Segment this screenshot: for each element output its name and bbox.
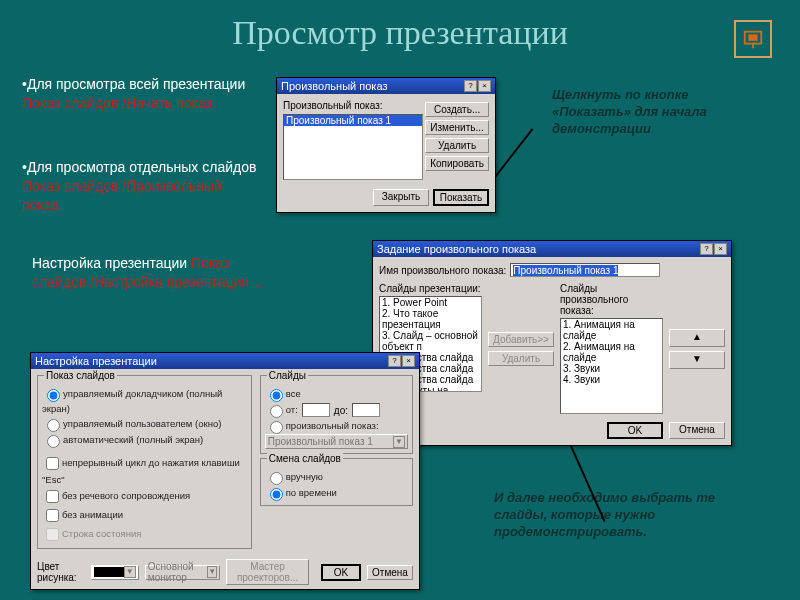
close-button[interactable]: Закрыть (373, 189, 429, 206)
ok-button[interactable]: OK (607, 422, 663, 439)
cancel-button[interactable]: Отмена (669, 422, 725, 439)
cancel-button[interactable]: Отмена (367, 565, 413, 580)
custom-show-combo[interactable]: Произвольный показ 1▼ (265, 434, 408, 449)
presentation-icon (734, 20, 772, 58)
check-loop[interactable]: непрерывный цикл до нажатия клавиши "Esc… (42, 454, 247, 487)
dialog-title: Задание произвольного показа (377, 243, 536, 255)
to-input[interactable] (352, 403, 380, 417)
help-icon[interactable]: ? (464, 80, 477, 92)
callout-show: Щелкнуть по кнопке «Показать» для начала… (552, 87, 752, 138)
monitor-combo[interactable]: Основной монитор▼ (145, 565, 220, 580)
list-item[interactable]: 2. Анимация на слайде (561, 341, 662, 363)
bullet-3: Настройка презентации Показ слайдов /Нас… (32, 254, 272, 292)
list-item[interactable]: 2. Что такое презентация (380, 308, 481, 330)
show-name-input[interactable]: Произвольный показ 1 (510, 263, 660, 277)
dialog-title: Произвольный показ (281, 80, 387, 92)
check-no-narration[interactable]: без речевого сопровождения (42, 487, 247, 506)
radio-custom[interactable]: произвольный показ: (265, 418, 408, 434)
edit-button[interactable]: Изменить... (425, 120, 489, 135)
dialog-titlebar[interactable]: Произвольный показ ? × (277, 78, 495, 94)
show-type-group: Показ слайдов управляемый докладчиком (п… (37, 375, 252, 549)
svg-rect-1 (748, 34, 757, 40)
custom-show-dialog: Произвольный показ ? × Произвольный пока… (276, 77, 496, 213)
show-button[interactable]: Показать (433, 189, 489, 206)
list-item[interactable]: 3. Слайд – основной объект п (380, 330, 481, 352)
right-list-label: Слайды произвольного показа: (560, 283, 663, 316)
delete-button[interactable]: Удалить (425, 138, 489, 153)
radio-manual[interactable]: вручную (265, 469, 408, 485)
projector-wizard-button[interactable]: Мастер проекторов... (226, 559, 309, 585)
move-up-button[interactable]: ▲ (669, 329, 725, 347)
list-item[interactable]: Произвольный показ 1 (284, 115, 422, 126)
close-icon[interactable]: × (478, 80, 491, 92)
advance-group: Смена слайдов вручную по времени (260, 458, 413, 506)
callout-select: И далее необходимо выбрать те слайды, ко… (494, 490, 764, 541)
list-item[interactable]: 1. Power Point (380, 297, 481, 308)
slides-group: Слайды все от: до: произвольный показ: П… (260, 375, 413, 454)
dialog-titlebar[interactable]: Задание произвольного показа ? × (373, 241, 731, 257)
name-label: Имя произвольного показа: (379, 265, 506, 276)
help-icon[interactable]: ? (388, 355, 401, 367)
close-icon[interactable]: × (714, 243, 727, 255)
page-title: Просмотр презентации (0, 0, 800, 52)
pen-color-combo[interactable]: ▼ (91, 565, 139, 580)
move-down-button[interactable]: ▼ (669, 351, 725, 369)
copy-button[interactable]: Копировать (425, 156, 489, 171)
radio-all[interactable]: все (265, 386, 408, 402)
help-icon[interactable]: ? (700, 243, 713, 255)
pen-color-label: Цвет рисунка: (37, 561, 85, 583)
remove-button[interactable]: Удалить (488, 351, 554, 366)
radio-presenter[interactable]: управляемый докладчиком (полный экран) (42, 386, 247, 416)
dialog-title: Настройка презентации (35, 355, 157, 367)
from-input[interactable] (302, 403, 330, 417)
setup-show-dialog: Настройка презентации ? × Показ слайдов … (30, 352, 420, 590)
create-button[interactable]: Создать... (425, 102, 489, 117)
list-item[interactable]: 3. Звуки (561, 363, 662, 374)
check-no-animation[interactable]: без анимации (42, 506, 247, 525)
define-custom-show-dialog: Задание произвольного показа ? × Имя про… (372, 240, 732, 446)
list-item[interactable]: 1. Анимация на слайде (561, 319, 662, 341)
dialog-titlebar[interactable]: Настройка презентации ? × (31, 353, 419, 369)
custom-slides-list[interactable]: 1. Анимация на слайде 2. Анимация на сла… (560, 318, 663, 414)
radio-auto[interactable]: автоматический (полный экран) (42, 432, 247, 448)
add-button[interactable]: Добавить>> (488, 332, 554, 347)
bullet-2: •Для просмотра отдельных слайдов Показ с… (22, 158, 262, 215)
list-item[interactable]: 4. Звуки (561, 374, 662, 385)
radio-from[interactable]: от: (265, 402, 298, 418)
close-icon[interactable]: × (402, 355, 415, 367)
check-status-bar: Строка состояния (42, 525, 247, 544)
custom-show-list[interactable]: Произвольный показ 1 (283, 114, 423, 180)
left-list-label: Слайды презентации: (379, 283, 482, 294)
bullet-1: •Для просмотра всей презентации Показ сл… (22, 75, 262, 113)
ok-button[interactable]: OK (321, 564, 361, 581)
radio-user[interactable]: управляемый пользователем (окно) (42, 416, 247, 432)
radio-timings[interactable]: по времени (265, 485, 408, 501)
